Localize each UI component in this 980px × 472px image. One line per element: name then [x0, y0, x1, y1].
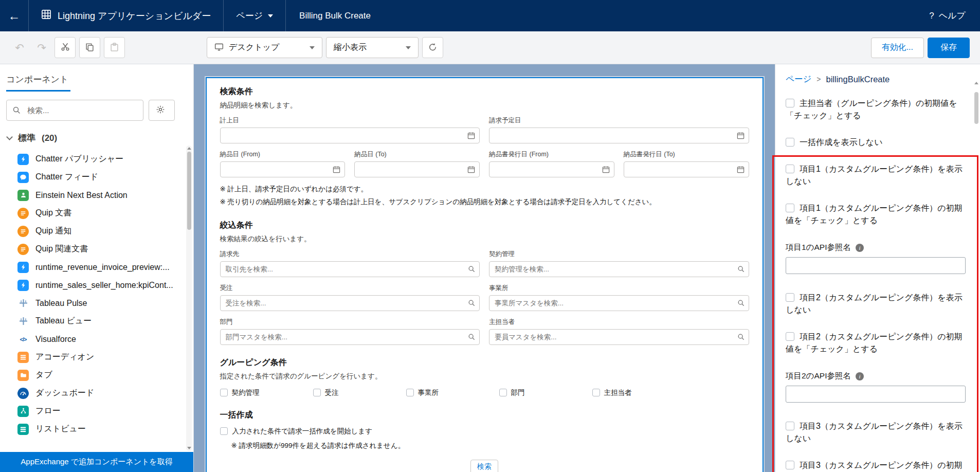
info-icon[interactable]: i	[856, 244, 864, 252]
checkbox[interactable]	[786, 293, 794, 302]
lookup-input[interactable]	[489, 295, 749, 311]
breadcrumb-page-link[interactable]: ページ	[786, 74, 811, 85]
copy-button[interactable]	[79, 37, 100, 58]
lookup-input[interactable]	[220, 261, 480, 277]
option-checkbox-row[interactable]: 主担当者（グルーピング条件）の初期値を「チェック」とする	[786, 99, 957, 120]
appexchange-banner[interactable]: AppExchange で追加コンポーネントを取得	[0, 452, 193, 472]
calendar-icon[interactable]	[602, 166, 610, 175]
scroll-up-icon[interactable]	[187, 147, 191, 150]
component-item[interactable]: Einstein Next Best Action	[17, 186, 193, 204]
option-checkbox-row[interactable]: 項目2（カスタムグルーピング条件）を表示しない	[786, 293, 963, 314]
checkbox[interactable]	[786, 165, 794, 173]
component-item[interactable]: ダッシュボード	[17, 384, 193, 402]
grouping-checkbox[interactable]: 受注	[313, 388, 406, 397]
panel-option: 主担当者（グルーピング条件）の初期値を「チェック」とする	[786, 97, 966, 122]
bulk-create-checkbox[interactable]: 入力された条件で請求一括作成を開始します	[220, 427, 749, 436]
checkbox[interactable]	[220, 427, 228, 435]
component-item[interactable]: フロー	[17, 402, 193, 420]
sidebar-scrollbar-thumb[interactable]	[187, 152, 191, 230]
lookup-input[interactable]	[489, 261, 749, 277]
component-item[interactable]: Tableau Pulse	[17, 294, 193, 312]
component-item[interactable]: runtime_sales_seller_home:kpiCont...	[17, 276, 193, 294]
zoom-selector[interactable]: 縮小表示	[326, 37, 419, 58]
grouping-checkbox[interactable]: 部門	[499, 388, 592, 397]
option-checkbox-row[interactable]: 項目3（カスタムグルーピング条件）の初期値を「チェック」とする	[786, 461, 963, 472]
standard-section-header[interactable]: 標準 (20)	[0, 121, 193, 150]
option-checkbox-row[interactable]: 項目1（カスタムグルーピング条件）の初期値を「チェック」とする	[786, 204, 963, 225]
sidebar-scrollbar[interactable]	[186, 146, 192, 451]
components-sidebar: コンポーネント 標準 (20) Chatter	[0, 64, 194, 472]
lookup-input[interactable]	[489, 329, 749, 345]
component-item[interactable]: タブ	[17, 366, 193, 384]
item2-api-name-input[interactable]	[786, 386, 966, 403]
component-item[interactable]: runtime_revenue_invoice_preview:...	[17, 258, 193, 276]
calendar-icon[interactable]	[737, 132, 745, 141]
tab-components[interactable]: コンポーネント	[6, 74, 70, 92]
page-tab[interactable]: Billing Bulk Create	[286, 0, 384, 31]
panel-scrollbar-thumb[interactable]	[974, 92, 978, 124]
component-item[interactable]: アコーディオン	[17, 348, 193, 366]
date-input[interactable]	[220, 161, 346, 177]
date-input[interactable]	[489, 161, 614, 177]
component-item[interactable]: Quip 文書	[17, 204, 193, 222]
activate-button[interactable]: 有効化...	[871, 38, 924, 58]
calendar-icon[interactable]	[333, 166, 340, 175]
scroll-up-icon[interactable]	[974, 82, 978, 84]
lookup-input[interactable]	[220, 295, 480, 311]
lookup-input[interactable]	[220, 329, 480, 345]
checkbox[interactable]	[786, 332, 794, 341]
calendar-icon[interactable]	[737, 166, 745, 175]
date-field: 請求予定日	[489, 116, 749, 143]
grouping-checkbox[interactable]: 契約管理	[220, 388, 313, 397]
component-item[interactable]: </> Visualforce	[17, 330, 193, 348]
info-icon[interactable]: i	[856, 372, 864, 380]
checkbox[interactable]	[786, 422, 794, 430]
calendar-icon[interactable]	[467, 166, 475, 175]
component-item[interactable]: Quip 関連文書	[17, 240, 193, 258]
date-input[interactable]	[220, 128, 480, 143]
scroll-down-icon[interactable]	[187, 447, 191, 449]
checkbox[interactable]	[592, 389, 600, 396]
refresh-button[interactable]	[422, 37, 443, 58]
checkbox[interactable]	[786, 138, 794, 147]
component-item[interactable]: Tableau ビュー	[17, 312, 193, 330]
component-settings-button[interactable]	[149, 100, 175, 121]
back-button[interactable]: ←	[0, 0, 29, 31]
component-item[interactable]: Quip 通知	[17, 222, 193, 240]
component-item[interactable]: Chatter パブリッシャー	[17, 150, 193, 168]
paste-button[interactable]	[104, 37, 125, 58]
date-input[interactable]	[489, 128, 749, 143]
component-item[interactable]: リストビュー	[17, 420, 193, 438]
undo-button[interactable]: ↶	[10, 39, 29, 57]
checkbox[interactable]	[406, 389, 414, 396]
builder-canvas: 検索条件 納品明細を検索します。 計上日 請求予定日	[194, 64, 775, 472]
checkbox[interactable]	[786, 99, 794, 107]
option-checkbox-row[interactable]: 一括作成を表示しない	[786, 138, 883, 147]
checkbox[interactable]	[786, 204, 794, 212]
grouping-checkbox[interactable]: 主担当者	[592, 388, 685, 397]
calendar-icon[interactable]	[467, 132, 475, 141]
help-link[interactable]: ? ヘルプ	[929, 0, 980, 31]
checkbox[interactable]	[220, 389, 228, 396]
item1-api-name-input[interactable]	[786, 257, 966, 274]
checkbox[interactable]	[786, 461, 794, 469]
pages-menu-button[interactable]: ページ	[224, 0, 286, 31]
option-checkbox-row[interactable]: 項目3（カスタムグルーピング条件）を表示しない	[786, 422, 963, 443]
component-search-input[interactable]	[6, 100, 143, 121]
grouping-checkbox[interactable]: 事業所	[406, 388, 499, 397]
panel-scrollbar[interactable]	[974, 78, 979, 472]
form-search-button[interactable]: 検索	[470, 460, 498, 472]
option-checkbox-row[interactable]: 項目2（カスタムグルーピング条件）の初期値を「チェック」とする	[786, 332, 963, 353]
device-selector[interactable]: デスクトップ	[207, 37, 322, 58]
component-item[interactable]: Chatter フィード	[17, 168, 193, 186]
checkbox[interactable]	[499, 389, 507, 396]
option-checkbox-row[interactable]: 項目1（カスタムグルーピング条件）を表示しない	[786, 165, 963, 186]
save-button[interactable]: 保存	[928, 38, 970, 58]
date-input[interactable]	[624, 161, 749, 177]
date-input[interactable]	[354, 161, 480, 177]
billing-bulk-create-component[interactable]: 検索条件 納品明細を検索します。 計上日 請求予定日	[206, 77, 764, 472]
cut-button[interactable]	[55, 37, 76, 58]
redo-button[interactable]: ↷	[32, 39, 51, 57]
quip-notification-icon	[17, 226, 29, 237]
checkbox[interactable]	[313, 389, 321, 396]
